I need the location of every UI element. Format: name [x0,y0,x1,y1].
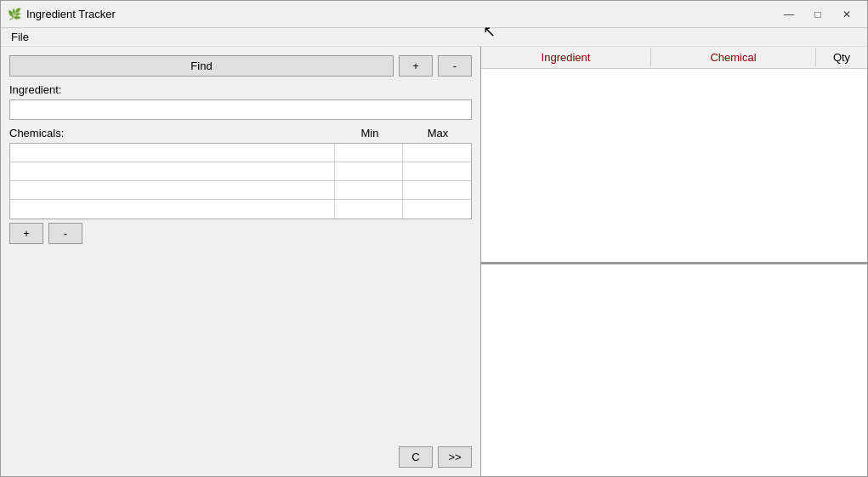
right-panel: Ingredient Chemical Qty [481,47,867,476]
chemicals-table [9,143,472,219]
ingredient-section: Ingredient: [9,83,472,120]
chem-max-cell [403,200,471,219]
chem-min-cell [335,200,403,219]
app-icon: 🌿 [8,8,21,21]
remove-ingredient-button[interactable]: - [438,55,472,77]
chem-name-cell [10,144,335,162]
chem-min-cell [335,162,403,180]
col-header-chemical: Chemical [651,48,816,67]
add-chemical-button[interactable]: + [9,223,43,244]
max-col-header: Max [404,127,472,139]
chem-max-cell [403,144,471,162]
col-header-qty: Qty [816,48,867,67]
chemicals-label: Chemicals: [9,127,336,139]
bottom-buttons: C >> [9,446,472,468]
clear-button[interactable]: C [399,446,433,468]
chem-min-cell [335,181,403,199]
chem-max-cell [403,181,471,199]
menu-file[interactable]: File [4,29,36,45]
chem-name-cell [10,181,335,199]
chem-row [10,200,471,219]
maximize-button[interactable]: □ [804,4,831,25]
chem-buttons: + - [9,223,472,244]
ingredient-input[interactable] [9,99,472,120]
next-button[interactable]: >> [438,446,472,468]
remove-chemical-button[interactable]: - [48,223,82,244]
chemicals-col-headers: Chemicals: Min Max [9,127,472,139]
main-window: 🌿 Ingredient Tracker — □ ✕ File Find + -… [0,0,868,477]
chem-max-cell [403,162,471,180]
chem-name-cell [10,200,335,219]
title-bar: 🌿 Ingredient Tracker — □ ✕ [1,1,867,28]
minimize-button[interactable]: — [775,4,803,25]
min-col-header: Min [336,127,404,139]
menu-bar: File [1,28,867,47]
main-content: Find + - Ingredient: Chemicals: Min Max [1,47,867,476]
top-buttons: Find + - [9,55,472,77]
table-scroll-area[interactable] [481,69,867,262]
left-panel: Find + - Ingredient: Chemicals: Min Max [1,47,481,476]
chem-name-cell [10,162,335,180]
find-button[interactable]: Find [9,55,394,77]
col-header-ingredient: Ingredient [481,48,651,67]
chemicals-section: Chemicals: Min Max [9,127,472,244]
close-button[interactable]: ✕ [833,4,860,25]
right-top-table: Ingredient Chemical Qty [481,47,867,264]
window-controls: — □ ✕ [775,4,860,25]
add-ingredient-button[interactable]: + [399,55,433,77]
chem-min-cell [335,144,403,162]
chem-row [10,144,471,162]
ingredient-label: Ingredient: [9,83,472,96]
table-header: Ingredient Chemical Qty [481,47,867,69]
chem-row [10,181,471,200]
right-bottom[interactable] [481,264,867,476]
chem-row [10,162,471,181]
window-title: Ingredient Tracker [26,8,775,20]
